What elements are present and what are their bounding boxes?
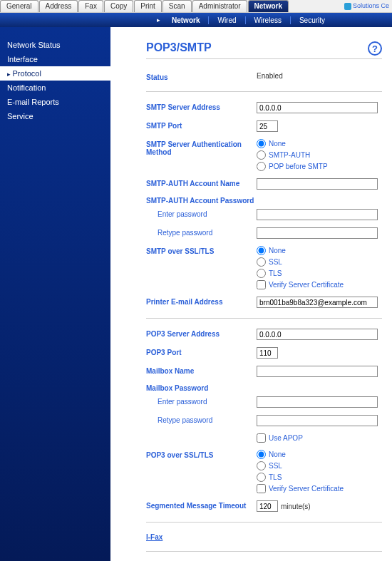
sidebar: Network StatusInterfaceProtocolNotificat…	[0, 27, 110, 561]
top-tabs: GeneralAddressFaxCopyPrintScanAdministra…	[0, 0, 392, 13]
mailbox-name-label: Mailbox Name	[146, 366, 257, 375]
top-tab-print[interactable]: Print	[134, 0, 162, 12]
subnav-network[interactable]: Network	[163, 16, 209, 24]
seg-timeout-input[interactable]	[257, 500, 278, 512]
smtp-ssl-label: SMTP over SSL/TLS	[146, 246, 257, 255]
top-tab-scan[interactable]: Scan	[163, 0, 192, 12]
ifax-link[interactable]: I-Fax	[146, 533, 163, 541]
top-tab-copy[interactable]: Copy	[104, 0, 133, 12]
smtp-port-label: SMTP Port	[146, 120, 257, 130]
subnav-security[interactable]: Security	[291, 16, 334, 24]
smtp-retype-pwd-input[interactable]	[257, 227, 378, 239]
subnav-wireless[interactable]: Wireless	[246, 16, 291, 24]
smtp-enter-pwd-input[interactable]	[257, 209, 378, 220]
pop3-server-label: POP3 Server Address	[146, 329, 257, 338]
smtpssl-option-0[interactable]: None	[257, 246, 382, 255]
sidebar-item-protocol[interactable]: Protocol	[0, 66, 110, 81]
pop3ssl-option-2[interactable]: TLS	[257, 473, 382, 482]
mailbox-pwd-header: Mailbox Password	[146, 384, 382, 392]
top-tab-network[interactable]: Network	[248, 0, 289, 12]
smtp-pwd-header: SMTP-AUTH Account Password	[146, 197, 382, 205]
status-label: Status	[146, 72, 257, 81]
pop3-port-label: POP3 Port	[146, 347, 257, 356]
sidebar-item-service[interactable]: Service	[0, 109, 110, 123]
status-value: Enabled	[257, 72, 382, 80]
sidebar-item-interface[interactable]: Interface	[0, 52, 110, 66]
pop3ssl-verify-cert[interactable]: Verify Server Certificate	[257, 484, 382, 493]
smtpssl-verify-cert[interactable]: Verify Server Certificate	[257, 280, 382, 289]
pop3-server-input[interactable]	[257, 329, 378, 340]
top-tab-administrator[interactable]: Administrator	[192, 0, 247, 12]
sub-nav: ▸NetworkWiredWirelessSecurity	[0, 13, 392, 27]
printer-email-input[interactable]	[257, 297, 378, 308]
smtpauth-option-2[interactable]: POP before SMTP	[257, 162, 382, 171]
smtp-ssl-radios: NoneSSLTLSVerify Server Certificate	[257, 246, 382, 289]
sidebar-item-network-status[interactable]: Network Status	[0, 38, 110, 52]
smtp-retype-pwd-label: Retype password	[146, 227, 257, 237]
help-icon[interactable]: ?	[368, 41, 382, 56]
pop3-port-input[interactable]	[257, 347, 278, 359]
content-area: ? POP3/SMTP Status Enabled SMTP Server A…	[110, 27, 392, 561]
pop3ssl-option-1[interactable]: SSL	[257, 461, 382, 470]
pop3-enter-pwd-label: Enter password	[146, 396, 257, 406]
smtp-server-input[interactable]	[257, 102, 378, 113]
pop3-ssl-label: POP3 over SSL/TLS	[146, 450, 257, 459]
smtp-auth-radios: NoneSMTP-AUTHPOP before SMTP	[257, 139, 382, 171]
seg-timeout-unit: minute(s)	[281, 503, 311, 510]
apop-checkbox[interactable]: Use APOP	[257, 433, 382, 443]
top-tab-address[interactable]: Address	[39, 0, 78, 12]
pop3-enter-pwd-input[interactable]	[257, 396, 378, 408]
pop3-retype-pwd-label: Retype password	[146, 415, 257, 424]
smtpssl-option-1[interactable]: SSL	[257, 257, 382, 267]
smtp-acct-name-label: SMTP-AUTH Account Name	[146, 178, 257, 187]
smtpssl-option-2[interactable]: TLS	[257, 269, 382, 278]
smtp-acct-name-input[interactable]	[257, 178, 378, 190]
subnav-wired[interactable]: Wired	[209, 16, 245, 24]
page-title: POP3/SMTP	[146, 41, 382, 59]
sidebar-item-e-mail-reports[interactable]: E-mail Reports	[0, 95, 110, 109]
smtp-enter-pwd-label: Enter password	[146, 209, 257, 218]
pop3-ssl-radios: NoneSSLTLSVerify Server Certificate	[257, 450, 382, 493]
mailbox-name-input[interactable]	[257, 366, 378, 377]
top-tab-general[interactable]: General	[0, 0, 38, 12]
smtp-port-input[interactable]	[257, 120, 278, 132]
pop3-retype-pwd-input[interactable]	[257, 415, 378, 426]
smtpauth-option-1[interactable]: SMTP-AUTH	[257, 150, 382, 160]
solutions-link[interactable]: Solutions Ce	[341, 0, 392, 12]
top-tab-fax[interactable]: Fax	[78, 0, 103, 12]
printer-email-label: Printer E-mail Address	[146, 297, 257, 306]
smtpauth-option-0[interactable]: None	[257, 139, 382, 148]
pop3ssl-option-0[interactable]: None	[257, 450, 382, 459]
sidebar-item-notification[interactable]: Notification	[0, 81, 110, 95]
smtp-server-label: SMTP Server Address	[146, 102, 257, 111]
smtp-auth-method-label: SMTP Server Authentication Method	[146, 139, 257, 156]
seg-timeout-label: Segmented Message Timeout	[146, 500, 257, 510]
